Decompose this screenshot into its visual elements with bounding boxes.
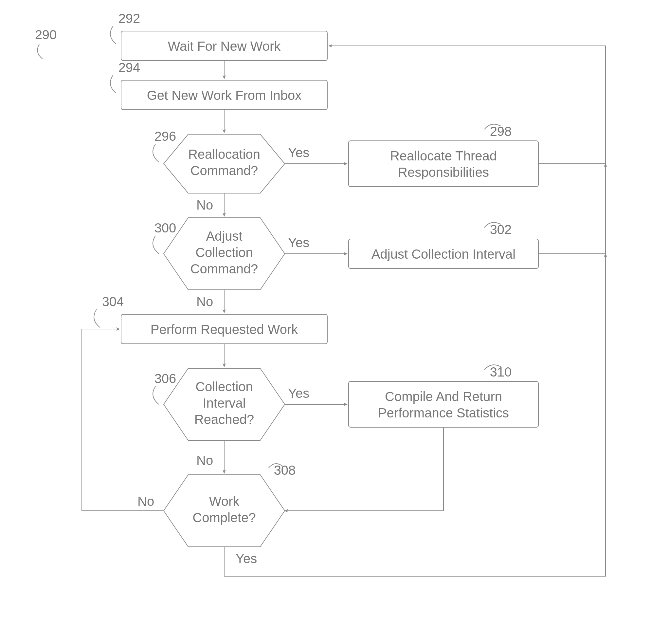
node-get-new-work: Get New Work From Inbox 294 [110, 60, 327, 110]
arrow-308-304 [82, 329, 164, 511]
node-adjust-collection-interval: Adjust Collection Interval 302 [349, 222, 538, 269]
label-296-no: No [196, 198, 213, 212]
svg-text:Wait For New Work: Wait For New Work [168, 39, 281, 53]
svg-text:Interval: Interval [203, 396, 246, 410]
arrow-310-308 [285, 427, 443, 511]
svg-text:Performance Statistics: Performance Statistics [378, 406, 509, 420]
svg-text:Compile And Return: Compile And Return [385, 389, 502, 404]
svg-text:Command?: Command? [190, 164, 258, 178]
svg-text:Get New Work From Inbox: Get New Work From Inbox [147, 88, 302, 103]
node-compile-return-stats: Compile And Return Performance Statistic… [349, 365, 538, 427]
node-adjust-collection-command: Adjust Collection Command? 300 [153, 218, 285, 290]
node-reallocation-command: Reallocation Command? 296 [153, 129, 285, 193]
ref-308: 308 [274, 463, 296, 477]
ref-310: 310 [490, 365, 512, 379]
arrow-298-return [329, 46, 606, 164]
svg-text:Reached?: Reached? [194, 412, 254, 427]
ref-298: 298 [490, 124, 512, 139]
svg-text:Perform Requested Work: Perform Requested Work [150, 322, 298, 336]
ref-294: 294 [118, 60, 140, 75]
label-308-no: No [138, 494, 154, 508]
ref-304: 304 [102, 294, 124, 309]
label-296-yes: Yes [288, 145, 309, 160]
node-reallocate-thread: Reallocate Thread Responsibilities 298 [349, 124, 538, 187]
svg-text:Reallocate Thread: Reallocate Thread [390, 149, 497, 163]
flowchart-diagram: 290 Wait For New Work 292 Get New Work F… [0, 0, 650, 644]
figure-ref-290: 290 [35, 28, 57, 42]
svg-text:Adjust: Adjust [206, 229, 242, 243]
svg-text:Collection: Collection [195, 245, 253, 260]
svg-text:Collection: Collection [195, 380, 253, 394]
node-work-complete: Work Complete? 308 [164, 463, 295, 547]
ref-302: 302 [490, 222, 512, 237]
node-collection-interval-reached: Collection Interval Reached? 306 [153, 368, 285, 440]
ref-292: 292 [118, 11, 140, 26]
svg-text:Adjust Collection Interval: Adjust Collection Interval [371, 247, 515, 261]
arrow-302-return [538, 164, 606, 254]
svg-text:Work: Work [209, 494, 240, 508]
ref-306: 306 [154, 371, 176, 386]
svg-text:Reallocation: Reallocation [188, 147, 260, 162]
label-306-yes: Yes [288, 386, 309, 400]
svg-text:Complete?: Complete? [192, 510, 256, 525]
svg-rect-7 [349, 141, 538, 187]
ref-300: 300 [154, 221, 176, 235]
node-wait-for-new-work: Wait For New Work 292 [110, 11, 327, 61]
label-300-no: No [196, 294, 213, 309]
svg-text:Responsibilities: Responsibilities [398, 165, 489, 179]
label-306-no: No [196, 453, 213, 468]
svg-text:Command?: Command? [190, 261, 258, 276]
label-300-yes: Yes [288, 236, 309, 250]
svg-rect-22 [349, 382, 538, 427]
ref-296: 296 [154, 129, 176, 143]
label-308-yes: Yes [236, 551, 257, 566]
